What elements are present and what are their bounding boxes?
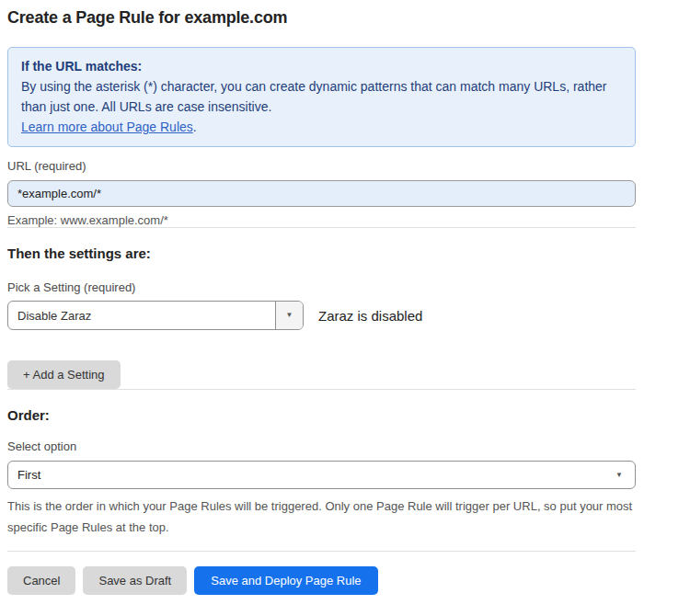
info-link-line: Learn more about Page Rules. [21, 117, 622, 137]
chevron-down-icon: ▼ [615, 472, 623, 479]
order-select[interactable]: First ▼ [7, 461, 636, 489]
save-draft-button[interactable]: Save as Draft [83, 566, 187, 595]
save-deploy-button[interactable]: Save and Deploy Page Rule [194, 566, 377, 595]
info-box-body: By using the asterisk (*) character, you… [21, 76, 622, 117]
divider [7, 227, 636, 228]
page-title: Create a Page Rule for example.com [7, 8, 636, 28]
divider [7, 551, 636, 552]
form-actions: Cancel Save as Draft Save and Deploy Pag… [7, 566, 636, 616]
page-rule-form: Create a Page Rule for example.com If th… [7, 0, 636, 616]
add-setting-button[interactable]: + Add a Setting [7, 360, 121, 389]
settings-heading: Then the settings are: [7, 245, 636, 261]
setting-row: Disable Zaraz ▼ Zaraz is disabled [7, 301, 636, 330]
url-input[interactable] [7, 180, 636, 207]
order-help-text: This is the order in which your Page Rul… [7, 496, 636, 538]
learn-more-link[interactable]: Learn more about Page Rules [21, 120, 193, 134]
info-box-heading: If the URL matches: [21, 56, 622, 76]
link-period: . [193, 120, 197, 134]
order-select-value: First [17, 468, 40, 482]
chevron-down-icon: ▼ [286, 312, 293, 319]
select-option-label: Select option [7, 439, 636, 453]
url-match-info-box: If the URL matches: By using the asteris… [7, 47, 636, 147]
setting-dropdown[interactable]: Disable Zaraz ▼ [7, 301, 304, 330]
setting-status-text: Zaraz is disabled [318, 308, 422, 324]
setting-dropdown-value: Disable Zaraz [8, 302, 275, 329]
order-heading: Order: [7, 407, 636, 423]
cancel-button[interactable]: Cancel [7, 566, 75, 595]
url-example-text: Example: www.example.com/* [7, 213, 636, 227]
pick-setting-label: Pick a Setting (required) [7, 280, 636, 294]
url-label: URL (required) [7, 159, 636, 173]
setting-dropdown-arrow-button[interactable]: ▼ [275, 302, 303, 329]
divider [7, 389, 636, 390]
